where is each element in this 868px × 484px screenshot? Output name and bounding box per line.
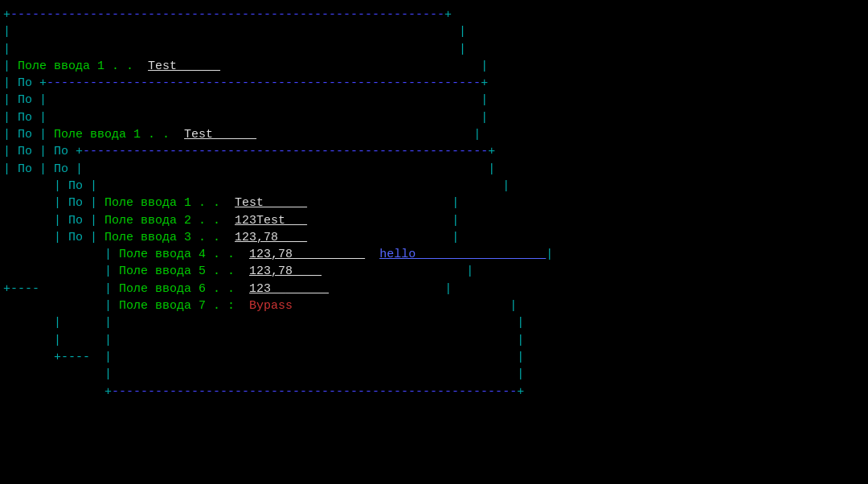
- terminal-line: | По +----------------------------------…: [3, 75, 865, 92]
- terminal-line: | Поле ввода 4 . . 123,78__________ hell…: [3, 246, 865, 263]
- terminal-line: | По | Поле ввода 1 . . Test______ |: [3, 126, 865, 143]
- terminal-line: | По | По | |: [3, 161, 865, 178]
- terminal-line: | |: [3, 23, 865, 40]
- terminal-line: | По | Поле ввода 3 . . 123,78____ |: [3, 229, 865, 246]
- terminal-line: | По | |: [3, 109, 865, 126]
- terminal-line: | | |: [3, 332, 865, 349]
- terminal-line: | |: [3, 41, 865, 58]
- terminal-line: | | |: [3, 314, 865, 331]
- terminal-line: +---------------------------------------…: [3, 384, 865, 400]
- terminal-line: +---- | Поле ввода 6 . . 123 ______ |: [3, 281, 865, 297]
- terminal-line: | По | Поле ввода 1 . . Test______ |: [3, 195, 865, 211]
- terminal-line: | По | Поле ввода 2 . . 123Test___ |: [3, 212, 865, 229]
- terminal-line: +---------------------------------------…: [3, 6, 865, 23]
- terminal-line: +---- | |: [3, 349, 865, 366]
- terminal-screen: +---------------------------------------…: [0, 0, 868, 484]
- terminal-line: | По | |: [3, 178, 865, 195]
- terminal-line: | Поле ввода 5 . . 123,78____ |: [3, 263, 865, 280]
- terminal-line: | По | По +-----------------------------…: [3, 143, 865, 160]
- terminal-line: | Поле ввода 7 . : Bypass |: [3, 297, 865, 314]
- terminal-line: | Поле ввода 1 . . Test______ |: [3, 58, 865, 75]
- terminal-line: | По | |: [3, 92, 865, 109]
- terminal-line: | |: [3, 366, 865, 383]
